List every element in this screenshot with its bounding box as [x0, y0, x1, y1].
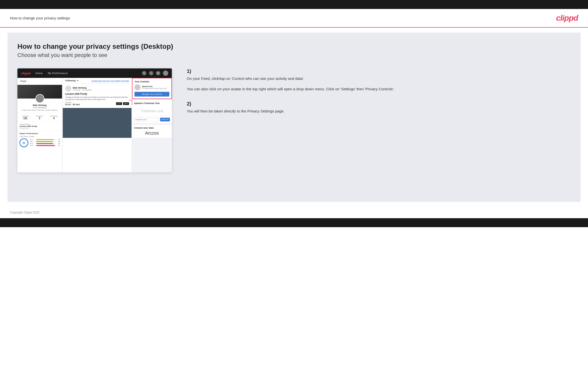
bar-app-fill — [36, 141, 53, 142]
app-nav-performance: My Performance — [48, 72, 68, 75]
arccos-text: Arccos — [134, 131, 170, 136]
globe-icon[interactable] — [156, 71, 160, 75]
bar-ott: OTT 90 — [30, 139, 60, 140]
manage-coaches-button[interactable]: Manage Your Coaches — [134, 92, 169, 97]
profile-club: Royal North Devon Golf Club, United King… — [19, 109, 60, 111]
bar-putt-track — [36, 145, 56, 146]
stat-activities-value: 131 — [22, 117, 29, 120]
profile-handicap: Plus Handicap — [19, 106, 60, 109]
tpq-label: Total Player Quality — [19, 136, 60, 137]
site-footer: Copyright Clippd 2022 — [0, 207, 588, 218]
app-upload-section: Upload a Trackman Test Trackman Link Add… — [132, 100, 172, 124]
following-button[interactable]: Following ▾ — [65, 79, 78, 82]
add-link-button[interactable]: Add Link — [160, 118, 170, 121]
top-bar — [0, 0, 588, 9]
bar-ott-label: OTT — [30, 139, 35, 140]
coach-club: 📍 Royal North Devon Golf Club — [142, 88, 167, 89]
instruction-step-2: 2) You will then be taken directly to th… — [187, 101, 571, 114]
bar-app-label: APP — [30, 141, 35, 142]
app-connect-section: Connect your data Arccos — [132, 125, 172, 138]
trackman-placeholder: Trackman Link — [134, 106, 170, 116]
duration-value: 01 hr : 30 min — [65, 103, 80, 106]
main-content: How to change your privacy settings (Des… — [7, 33, 581, 202]
bar-app-track — [36, 141, 56, 142]
app-feed-tab[interactable]: Feed — [17, 78, 62, 85]
app-nav-right — [142, 70, 168, 76]
avatar-icon[interactable] — [163, 70, 168, 76]
quality-score: 92 — [19, 138, 28, 147]
article-subtitle: Choose what you want people to see — [17, 52, 571, 58]
bar-arg-fill — [36, 143, 53, 144]
profile-name: Blair McHarg — [19, 104, 60, 106]
quality-row: 92 OTT 90 APP — [19, 138, 60, 147]
trackman-input[interactable] — [134, 118, 159, 121]
trackman-input-row: Add Link — [134, 118, 170, 121]
app-profile-avatar — [35, 94, 44, 103]
bar-ott-val: 90 — [57, 139, 60, 140]
screenshot-mockup: clippd Home My Performance — [17, 68, 172, 172]
stat-followers: Followers 3 — [36, 115, 43, 120]
stat-followers-label: Followers — [36, 115, 43, 117]
app-profile-banner — [17, 85, 62, 99]
step1-number: 1) — [187, 68, 571, 74]
svg-point-6 — [80, 117, 89, 128]
stat-activities-label: Activities — [22, 115, 29, 117]
bar-arg-track — [36, 143, 56, 144]
app-logo: clippd — [21, 71, 30, 75]
activity-user-info: Blair McHarg Yesterday · Sunningdale — [73, 87, 92, 91]
activity-description: Looking to feel like my hands are exitin… — [65, 96, 129, 101]
bar-app-val: 85 — [57, 141, 60, 142]
bar-ott-track — [36, 139, 56, 140]
article-title: How to change your privacy settings (Des… — [17, 43, 571, 51]
instructions-column: 1) On your Feed, click/tap on 'Control w… — [182, 68, 571, 123]
coaches-section-wrapper: Your Coaches David Ford 📍 Royal North De… — [132, 78, 172, 99]
search-icon[interactable] — [142, 71, 146, 75]
duration-info: Duration 01 hr : 30 min — [65, 102, 80, 106]
content-columns: clippd Home My Performance — [17, 68, 571, 172]
step2-number: 2) — [187, 101, 571, 107]
app-stats-row: Activities 131 Followers 3 Following 4 — [17, 113, 62, 122]
site-header: How to change your privacy settings clip… — [0, 9, 588, 28]
activity-tags: OTT APP — [116, 102, 129, 105]
site-logo: clippd — [556, 13, 578, 23]
app-activity-card: Blair McHarg Yesterday · Sunningdale Les… — [63, 84, 131, 108]
step1-text-a: On your Feed, click/tap on 'Control who … — [187, 76, 571, 82]
latest-activity-title: Lesson with Fordy — [19, 125, 60, 127]
latest-activity-date: 03 Aug 2022 — [19, 127, 60, 129]
step1-text-b: You can also click on your avatar in the… — [187, 86, 571, 92]
bar-arg-val: 86 — [57, 143, 60, 144]
bar-ott-fill — [36, 139, 54, 140]
connect-title: Connect your data — [134, 127, 170, 129]
bar-putt-fill — [36, 145, 55, 146]
app-body: Feed Blair McHarg Plus Handicap Royal No… — [17, 78, 172, 172]
svg-rect-5 — [63, 125, 131, 134]
quality-bars: OTT 90 APP — [30, 139, 60, 147]
bar-arg: ARG 86 — [30, 143, 60, 144]
tag-app: APP — [123, 102, 129, 105]
bar-arg-label: ARG — [30, 143, 35, 144]
tag-ott: OTT — [116, 102, 122, 105]
app-left-panel: Feed Blair McHarg Plus Handicap Royal No… — [17, 78, 62, 172]
app-center-panel: Following ▾ Control who can see your act… — [63, 78, 131, 172]
coach-avatar — [134, 84, 140, 90]
activity-user-name: Blair McHarg — [73, 87, 92, 89]
coach-row: David Ford 📍 Royal North Devon Golf Club — [134, 84, 169, 90]
svg-line-1 — [145, 74, 145, 74]
activity-title: Lesson with Fordy — [65, 93, 129, 95]
app-activity-user-row: Blair McHarg Yesterday · Sunningdale — [65, 86, 129, 92]
upload-title: Upload a Trackman Test — [134, 102, 170, 105]
user-icon[interactable] — [149, 71, 153, 75]
app-nav-home: Home — [35, 72, 43, 75]
latest-activity-label: Latest Activity — [19, 123, 60, 125]
location-icon: 📍 — [142, 88, 144, 89]
svg-rect-4 — [63, 112, 131, 134]
coach-info: David Ford 📍 Royal North Devon Golf Club — [142, 85, 167, 89]
control-privacy-link[interactable]: Control who can see your activity and da… — [91, 80, 129, 82]
activity-user-avatar — [65, 86, 71, 92]
stat-following: Following 4 — [50, 115, 58, 120]
app-following-bar: Following ▾ Control who can see your act… — [63, 78, 131, 84]
activity-user-location: Yesterday · Sunningdale — [73, 89, 92, 91]
step2-text: You will then be taken directly to the P… — [187, 108, 571, 114]
bottom-bar — [0, 218, 588, 227]
stat-following-label: Following — [50, 115, 58, 117]
